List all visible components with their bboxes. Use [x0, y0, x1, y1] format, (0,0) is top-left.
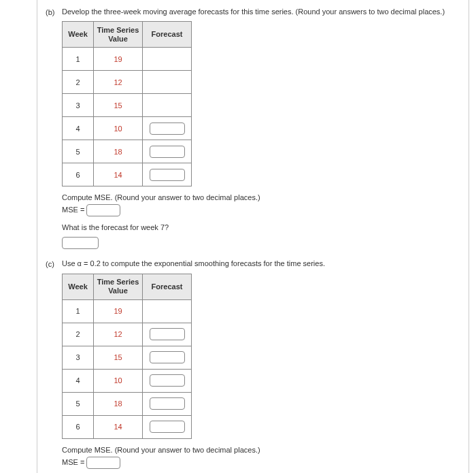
table-row: 2 12 — [63, 71, 192, 94]
part-c-mse-line: MSE = — [62, 457, 469, 469]
part-b-label: (b) — [46, 7, 62, 16]
part-c: (c) Use α = 0.2 to compute the exponenti… — [37, 259, 469, 473]
cell-week: 5 — [63, 140, 94, 163]
col-header-ts: Time Series Value — [94, 274, 143, 299]
cell-forecast-input — [143, 163, 192, 186]
cell-week: 3 — [63, 346, 94, 369]
col-header-ts-text: Time Series Value — [97, 26, 139, 44]
cell-ts: 18 — [94, 392, 143, 415]
cell-forecast-input — [143, 117, 192, 140]
cell-forecast-input — [143, 346, 192, 369]
part-b-body: Develop the three-week moving average fo… — [62, 7, 469, 249]
week7-input-b[interactable] — [62, 237, 99, 249]
cell-week: 5 — [63, 392, 94, 415]
forecast-input-b-6[interactable] — [150, 169, 185, 181]
table-row: 6 14 — [63, 163, 192, 186]
cell-forecast-empty — [143, 94, 192, 117]
table-row: 3 15 — [63, 94, 192, 117]
cell-forecast-empty — [143, 299, 192, 323]
col-header-week: Week — [63, 22, 94, 48]
forecast-input-c-6[interactable] — [150, 421, 185, 433]
cell-ts: 14 — [94, 163, 143, 186]
cell-forecast-input — [143, 369, 192, 392]
table-row: 4 10 — [63, 369, 192, 392]
table-row: 6 14 — [63, 415, 192, 438]
cell-forecast-input — [143, 323, 192, 346]
cell-ts: 14 — [94, 415, 143, 438]
col-header-forecast: Forecast — [143, 274, 192, 299]
cell-week: 2 — [63, 71, 94, 94]
mse-label: MSE = — [62, 458, 84, 466]
cell-ts: 19 — [94, 48, 143, 71]
col-header-ts-text: Time Series Value — [97, 278, 139, 295]
cell-forecast-input — [143, 140, 192, 163]
part-c-table: Week Time Series Value Forecast 1 19 2 1… — [62, 274, 192, 439]
forecast-input-c-4[interactable] — [150, 374, 185, 387]
table-row: 1 19 — [63, 48, 192, 71]
cell-ts: 15 — [94, 346, 143, 369]
cell-ts: 10 — [94, 369, 143, 392]
mse-input-c[interactable] — [86, 457, 120, 469]
part-c-mse-prompt: Compute MSE. (Round your answer to two d… — [62, 446, 469, 454]
cell-week: 1 — [63, 299, 94, 323]
cell-week: 6 — [63, 415, 94, 438]
cell-ts: 12 — [94, 323, 143, 346]
cell-forecast-empty — [143, 71, 192, 94]
cell-forecast-input — [143, 415, 192, 438]
cell-week: 4 — [63, 369, 94, 392]
part-b-mse-line: MSE = — [62, 204, 469, 216]
table-row: 5 18 — [63, 140, 192, 163]
forecast-input-c-5[interactable] — [150, 397, 185, 410]
cell-week: 1 — [63, 48, 94, 71]
part-c-body: Use α = 0.2 to compute the exponential s… — [62, 259, 469, 473]
part-c-prompt: Use α = 0.2 to compute the exponential s… — [62, 259, 469, 269]
cell-week: 6 — [63, 163, 94, 186]
cell-ts: 10 — [94, 117, 143, 140]
part-b-mse-prompt: Compute MSE. (Round your answer to two d… — [62, 193, 469, 201]
part-b-wk7-prompt: What is the forecast for week 7? — [62, 223, 469, 231]
col-header-forecast: Forecast — [143, 22, 192, 48]
page-container: (b) Develop the three-week moving averag… — [37, 0, 469, 473]
cell-ts: 12 — [94, 71, 143, 94]
table-row: 3 15 — [63, 346, 192, 369]
cell-week: 3 — [63, 94, 94, 117]
part-b-table: Week Time Series Value Forecast 1 19 2 1… — [62, 21, 192, 186]
table-row: 1 19 — [63, 299, 192, 323]
table-row: 2 12 — [63, 323, 192, 346]
cell-forecast-input — [143, 392, 192, 415]
table-row: 4 10 — [63, 117, 192, 140]
part-c-tbody: 1 19 2 12 3 15 4 — [63, 299, 192, 438]
forecast-input-c-3[interactable] — [150, 351, 185, 363]
cell-forecast-empty — [143, 48, 192, 71]
col-header-week: Week — [63, 274, 94, 299]
mse-label: MSE = — [62, 206, 84, 214]
part-b-tbody: 1 19 2 12 3 15 4 — [63, 48, 192, 186]
col-header-ts: Time Series Value — [94, 22, 143, 48]
table-row: 5 18 — [63, 392, 192, 415]
cell-week: 2 — [63, 323, 94, 346]
forecast-input-b-4[interactable] — [150, 123, 185, 135]
cell-week: 4 — [63, 117, 94, 140]
cell-ts: 18 — [94, 140, 143, 163]
part-c-label: (c) — [46, 259, 62, 268]
forecast-input-c-2[interactable] — [150, 328, 185, 340]
cell-ts: 15 — [94, 94, 143, 117]
cell-ts: 19 — [94, 299, 143, 323]
forecast-input-b-5[interactable] — [150, 146, 185, 158]
part-b-prompt: Develop the three-week moving average fo… — [62, 7, 469, 17]
part-b: (b) Develop the three-week moving averag… — [37, 7, 469, 249]
mse-input-b[interactable] — [86, 204, 120, 216]
